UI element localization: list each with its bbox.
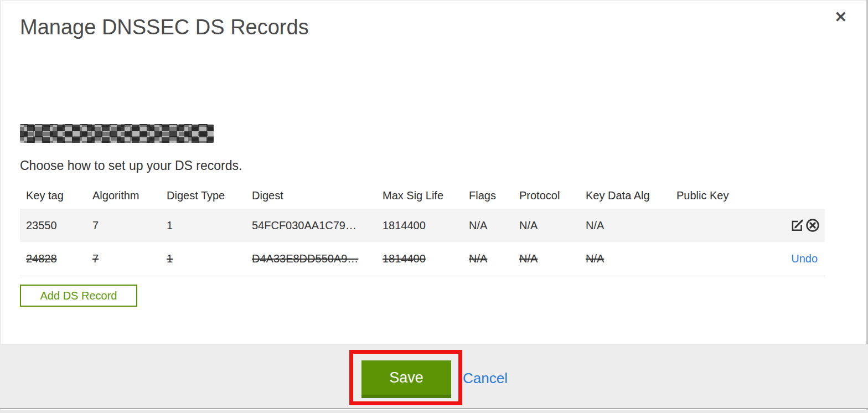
add-ds-record-button[interactable]: Add DS Record [20, 285, 137, 307]
page-title: Manage DNSSEC DS Records [20, 16, 309, 39]
cell-protocol: N/A [513, 242, 580, 276]
col-digest-type: Digest Type [161, 183, 246, 209]
col-max-sig-life: Max Sig Life [376, 183, 463, 209]
cell-key-data-alg: N/A [580, 242, 670, 276]
cell-key-data-alg: N/A [580, 209, 670, 242]
dialog-footer: Save Cancel [0, 344, 868, 409]
cell-max-sig-life: 1814400 [376, 209, 463, 242]
cell-algorithm: 7 [86, 242, 161, 276]
cell-protocol: N/A [513, 209, 580, 242]
col-digest: Digest [246, 183, 376, 209]
annotation-red-box: Save [349, 350, 462, 405]
cell-digest: 54FCF030AA1C79… [246, 209, 376, 242]
delete-record-button[interactable] [805, 218, 820, 233]
delete-circle-x-icon [805, 221, 820, 229]
col-public-key: Public Key [670, 183, 825, 209]
close-icon[interactable]: ✕ [834, 10, 847, 25]
col-key-data-alg: Key Data Alg [580, 183, 670, 209]
table-row-deleted: 24828 7 1 D4A33E8DD550A9… 1814400 N/A N/… [20, 242, 825, 276]
edit-icon [790, 221, 804, 229]
cell-key-tag: 24828 [20, 242, 86, 276]
cell-max-sig-life: 1814400 [376, 242, 463, 276]
save-button[interactable]: Save [361, 360, 451, 398]
cell-flags: N/A [463, 242, 513, 276]
undo-link[interactable]: Undo [791, 252, 820, 265]
cancel-link[interactable]: Cancel [463, 370, 508, 387]
ds-records-table: Key tag Algorithm Digest Type Digest Max… [20, 183, 825, 276]
col-algorithm: Algorithm [86, 183, 161, 209]
table-row: 23550 7 1 54FCF030AA1C79… 1814400 N/A N/… [20, 209, 825, 242]
edit-record-button[interactable] [789, 218, 805, 233]
cell-flags: N/A [463, 209, 513, 242]
page-background-strip [0, 410, 868, 413]
col-key-tag: Key tag [20, 183, 86, 209]
manage-dnssec-dialog: Manage DNSSEC DS Records ✕ Choose how to… [0, 0, 868, 413]
cell-digest-type: 1 [161, 242, 246, 276]
intro-text: Choose how to set up your DS records. [20, 158, 242, 173]
cell-digest: D4A33E8DD550A9… [246, 242, 376, 276]
row-actions [670, 209, 825, 242]
table-header-row: Key tag Algorithm Digest Type Digest Max… [20, 183, 825, 209]
domain-name-redacted [20, 124, 214, 143]
col-protocol: Protocol [513, 183, 580, 209]
col-flags: Flags [463, 183, 513, 209]
row-actions: Undo [670, 242, 825, 276]
cell-algorithm: 7 [86, 209, 161, 242]
cell-digest-type: 1 [161, 209, 246, 242]
cell-key-tag: 23550 [20, 209, 86, 242]
